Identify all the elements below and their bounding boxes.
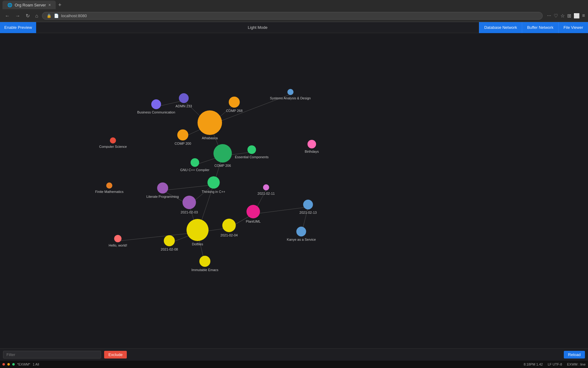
back-button[interactable]: ← [3, 12, 12, 20]
node-comp268[interactable]: COMP 268 [226, 97, 243, 113]
node-computer-science[interactable]: Computer Science [99, 137, 127, 148]
security-icon: 🔒 [47, 13, 51, 18]
app-toolbar: Enable Preview Light Mode Database Netwo… [0, 22, 588, 33]
more-icon[interactable]: ··· [547, 13, 551, 19]
node-literate-prog[interactable]: Literate Programming [146, 182, 179, 198]
node-admn233[interactable]: ADMN 233 [175, 93, 192, 108]
node-hello-world[interactable]: Hello, world! [109, 235, 127, 247]
tab-favicon: 🌐 [7, 3, 12, 7]
status-bar: *EXWM* 1 All 8:18PM 1.42 LF UTF-8 EXWM :… [0, 361, 588, 368]
status-encoding: LF UTF-8 [548, 362, 562, 366]
browser-navbar: ← → ↻ ⌂ 🔒 📄 localhost:8080 ··· ♡ ☆ ⊞ ⬜ ≡ [0, 10, 588, 22]
home-button[interactable]: ⌂ [33, 12, 40, 20]
status-right: 8:18PM 1.42 LF UTF-8 EXWM : line [524, 362, 586, 366]
forward-button[interactable]: → [13, 12, 22, 20]
synced-tabs-icon[interactable]: ⊞ [567, 13, 571, 19]
database-network-tab[interactable]: Database Network [479, 22, 522, 33]
node-essential-components[interactable]: Essential Components [235, 145, 269, 159]
node-label-comp200: COMP 200 [175, 142, 191, 145]
node-circle-comp268 [229, 97, 240, 108]
workspace-num: 1 All [33, 362, 39, 366]
file-viewer-tab[interactable]: File Viewer [558, 22, 588, 33]
new-tab-button[interactable]: + [58, 2, 62, 8]
node-circle-literate-prog [157, 182, 168, 194]
node-label-systems-analysis: Systems Analysis & Design [270, 96, 311, 100]
node-circle-birthdays [307, 140, 316, 148]
tab-title: Org Roam Server [15, 3, 46, 7]
node-plantuml[interactable]: PlantUML [246, 205, 261, 223]
node-circle-business-comm [151, 99, 161, 109]
node-circle-2021-02-04 [222, 219, 236, 232]
node-dotfiles[interactable]: Dotfiles [187, 219, 209, 246]
node-label-computer-science: Computer Science [99, 145, 127, 148]
node-comp206[interactable]: COMP 206 [213, 144, 232, 167]
node-athabasca[interactable]: Athabasca [198, 110, 222, 140]
node-label-immutable-emacs: Immutable Emacs [191, 268, 218, 272]
network-svg [0, 33, 588, 348]
toolbar-tabs: Database Network Buffer Network File Vie… [479, 22, 588, 33]
node-label-2021-02-08: 2021-02-08 [161, 247, 178, 251]
node-circle-2021-02-03 [183, 196, 196, 209]
node-label-gnu-cpp: GNU C++ Compiler [180, 168, 209, 172]
node-immutable-emacs[interactable]: Immutable Emacs [191, 256, 218, 272]
node-finite-math[interactable]: Finite Mathematics [95, 182, 123, 194]
node-circle-kanye [296, 227, 306, 236]
status-dot-green [12, 363, 15, 366]
node-label-hello-world: Hello, world! [109, 243, 127, 247]
node-circle-dotfiles [187, 219, 209, 241]
network-canvas: Business CommunicationADMN 233COMP 268Sy… [0, 33, 588, 348]
node-gnu-cpp[interactable]: GNU C++ Compiler [180, 158, 209, 172]
page-icon: 📄 [54, 13, 59, 18]
exclude-button[interactable]: Exclude [104, 351, 127, 358]
node-circle-comp206 [213, 144, 232, 163]
node-comp200[interactable]: COMP 200 [175, 129, 191, 145]
container-icon[interactable]: ⬜ [574, 13, 580, 19]
buffer-network-tab[interactable]: Buffer Network [522, 22, 558, 33]
refresh-button[interactable]: ↻ [24, 12, 32, 20]
tab-close-button[interactable]: × [48, 2, 51, 7]
node-circle-essential-components [247, 145, 256, 154]
node-label-comp206: COMP 206 [214, 164, 231, 167]
network-edge [118, 232, 198, 241]
enable-preview-button[interactable]: Enable Preview [0, 22, 36, 33]
filter-input[interactable] [3, 351, 101, 358]
reload-button[interactable]: Reload [564, 351, 585, 358]
node-2021-02-11[interactable]: 2021-02-11 [258, 184, 275, 195]
node-thinking-cpp[interactable]: Thinking in C++ [202, 176, 225, 194]
node-label-comp268: COMP 268 [226, 109, 243, 113]
node-circle-admn233 [179, 93, 189, 103]
node-label-plantuml: PlantUML [246, 220, 261, 223]
node-business-comm[interactable]: Business Communication [137, 99, 175, 114]
node-circle-immutable-emacs [199, 256, 210, 267]
node-circle-2021-02-11 [263, 184, 269, 190]
node-label-admn233: ADMN 233 [175, 104, 192, 108]
node-2021-02-04[interactable]: 2021-02-04 [221, 219, 238, 237]
node-birthdays[interactable]: Birthdays [305, 140, 319, 153]
node-circle-gnu-cpp [190, 158, 199, 167]
browser-tab[interactable]: 🌐 Org Roam Server × [2, 1, 56, 9]
node-label-birthdays: Birthdays [305, 150, 319, 153]
node-circle-plantuml [247, 205, 260, 218]
status-dot-yellow [7, 363, 10, 366]
status-mode: EXWM : line [567, 362, 586, 366]
node-systems-analysis[interactable]: Systems Analysis & Design [270, 89, 311, 100]
node-label-2021-02-03: 2021-02-03 [181, 210, 198, 214]
node-circle-hello-world [114, 235, 122, 242]
bookmark-icon[interactable]: ☆ [560, 13, 565, 19]
node-2021-02-03[interactable]: 2021-02-03 [181, 196, 198, 214]
node-label-athabasca: Athabasca [202, 136, 218, 140]
node-label-kanye: Kanye as a Service [287, 238, 316, 241]
browser-nav-icons: ··· ♡ ☆ ⊞ ⬜ ≡ [547, 13, 585, 19]
pocket-icon[interactable]: ♡ [554, 13, 558, 19]
node-label-2021-02-13: 2021-02-13 [300, 211, 317, 214]
address-bar[interactable]: 🔒 📄 localhost:8080 [42, 12, 543, 20]
status-dot-red [2, 363, 5, 366]
light-mode-label: Light Mode [248, 25, 267, 30]
node-label-2021-02-11: 2021-02-11 [258, 192, 275, 195]
node-label-business-comm: Business Communication [137, 110, 175, 114]
node-label-literate-prog: Literate Programming [146, 195, 179, 198]
node-2021-02-13[interactable]: 2021-02-13 [300, 200, 317, 214]
node-kanye[interactable]: Kanye as a Service [287, 227, 316, 241]
node-2021-02-08[interactable]: 2021-02-08 [161, 235, 178, 251]
menu-icon[interactable]: ≡ [582, 13, 585, 19]
